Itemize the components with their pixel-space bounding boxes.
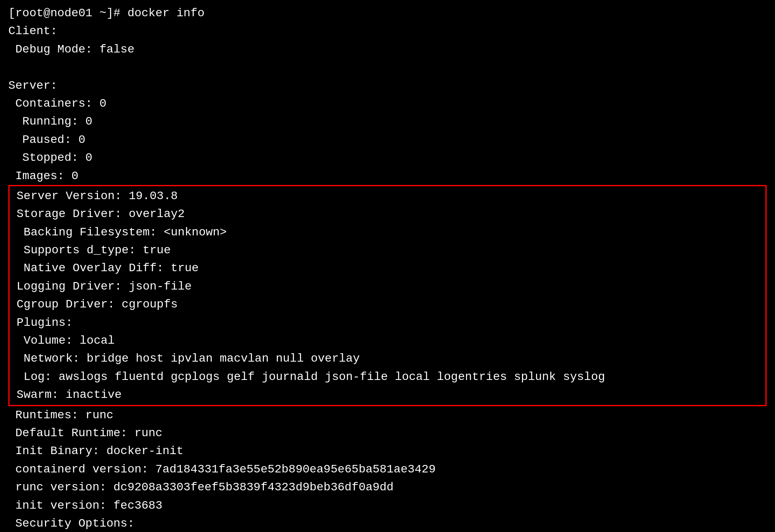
running: Running: 0 [8, 112, 767, 130]
prompt-line: [root@node01 ~]# docker info [8, 4, 767, 22]
terminal-container: [root@node01 ~]# docker info Client: Deb… [8, 4, 767, 532]
security-options: Security Options: [8, 515, 767, 532]
plugins: Plugins: [10, 314, 765, 332]
blank1 [8, 58, 767, 76]
native-overlay: Native Overlay Diff: true [10, 259, 765, 277]
logging-driver: Logging Driver: json-file [10, 277, 765, 295]
storage-driver: Storage Driver: overlay2 [10, 205, 765, 223]
backing-filesystem: Backing Filesystem: <unknown> [10, 223, 765, 241]
debug-mode: Debug Mode: false [8, 40, 767, 58]
server-version: Server Version: 19.03.8 [10, 187, 765, 205]
default-runtime: Default Runtime: runc [8, 424, 767, 442]
images: Images: 0 [8, 167, 767, 185]
log: Log: awslogs fluentd gcplogs gelf journa… [10, 368, 765, 386]
stopped: Stopped: 0 [8, 149, 767, 167]
runtimes: Runtimes: runc [8, 406, 767, 424]
client-header: Client: [8, 22, 767, 40]
init-version: init version: fec3683 [8, 497, 767, 515]
cgroup-driver: Cgroup Driver: cgroupfs [10, 295, 765, 313]
paused: Paused: 0 [8, 131, 767, 149]
swarm: Swarm: inactive [10, 386, 765, 404]
highlighted-section: Server Version: 19.03.8 Storage Driver: … [8, 185, 767, 406]
network: Network: bridge host ipvlan macvlan null… [10, 350, 765, 367]
supports-dtype: Supports d_type: true [10, 241, 765, 259]
containers: Containers: 0 [8, 95, 767, 112]
server-header: Server: [8, 77, 767, 95]
volume: Volume: local [10, 332, 765, 350]
runc-version: runc version: dc9208a3303feef5b3839f4323… [8, 478, 767, 496]
init-binary: Init Binary: docker-init [8, 442, 767, 460]
containerd-version: containerd version: 7ad184331fa3e55e52b8… [8, 460, 767, 478]
